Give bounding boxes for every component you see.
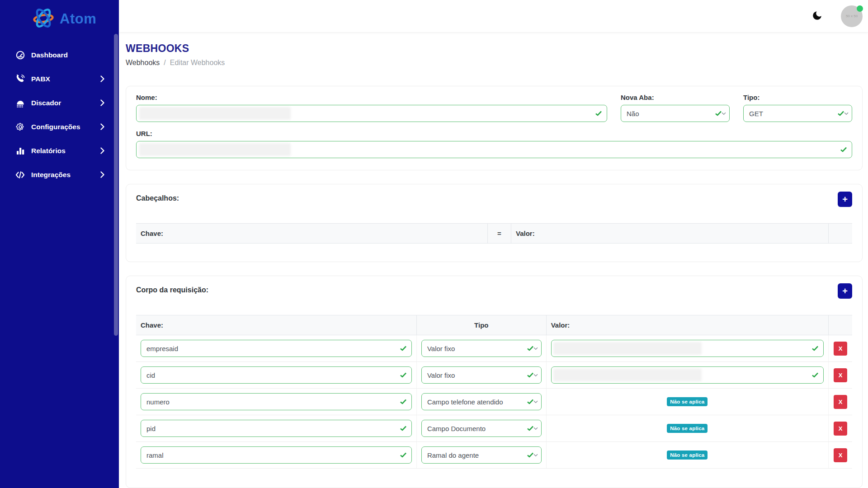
body-col-chave: Chave: [136,315,417,335]
body-col-tipo: Tipo [417,315,547,335]
body-table-row: pid Campo Documento Não se aplica X [136,415,852,442]
redacted-nome-value [139,107,291,120]
headers-section-title: Cabeçalhos: [136,192,179,202]
delete-row-button[interactable]: X [834,395,847,409]
row-valor-input[interactable] [551,366,824,384]
headers-card: Cabeçalhos: + Chave: = Valor: [126,184,863,262]
breadcrumb-separator: / [164,59,165,67]
valid-check-icon [400,399,406,404]
valid-check-icon [838,111,844,116]
chevron-down-icon [722,112,726,115]
sidebar-item-relatrios[interactable]: Relatórios [0,141,119,160]
app-window: Atom Dashboard PABX Discador Configuraçõ… [0,0,868,488]
chevron-down-icon [533,400,538,403]
add-body-field-button[interactable]: + [838,283,852,299]
dialer-icon [15,98,25,108]
header-col-chave: Chave: [136,224,488,243]
webhook-form-card: Nome: Nova Aba: Não [126,86,863,170]
valid-check-icon [400,453,406,458]
gear-icon [15,122,25,132]
user-avatar[interactable]: 50 x 50 [841,5,863,27]
row-tipo-select[interactable]: Campo telefone atendido [421,393,542,410]
row-valor-input[interactable] [551,340,824,357]
delete-row-button[interactable]: X [834,342,847,356]
sidebar-item-pabx[interactable]: PABX [0,69,119,89]
row-chave-input[interactable]: pid [141,420,412,437]
breadcrumb: Webhooks / Editar Webhooks [126,59,863,67]
bar-chart-icon [15,145,25,156]
phone-icon [15,74,25,84]
delete-row-button[interactable]: X [834,448,847,462]
sidebar: Atom Dashboard PABX Discador Configuraçõ… [0,0,119,488]
chevron-right-icon [100,99,104,106]
sidebar-item-discador[interactable]: Discador [0,93,119,113]
sidebar-item-dashboard[interactable]: Dashboard [0,45,119,65]
row-chave-input[interactable]: numero [141,393,412,410]
valid-check-icon [527,373,533,378]
body-table-row: ramal Ramal do agente Não se aplica [136,442,852,469]
nova-aba-select[interactable]: Não [621,105,730,122]
chevron-down-icon [533,427,538,430]
sidebar-nav: Dashboard PABX Discador Configurações Re… [0,45,119,184]
body-col-actions [829,315,852,335]
tipo-select[interactable]: GET [743,105,852,122]
row-tipo-select[interactable]: Campo Documento [421,420,542,437]
body-section-title: Corpo da requisição: [136,283,208,294]
headers-table: Chave: = Valor: [136,223,852,244]
delete-row-button[interactable]: X [834,422,847,436]
chevron-down-icon [533,374,538,376]
delete-row-button[interactable]: X [834,368,847,382]
nova-aba-value: Não [627,110,639,117]
body-table-row: numero Campo telefone atendido Não se ap… [136,389,852,415]
topbar: 50 x 50 [119,0,868,33]
online-status-dot [857,5,863,12]
row-chave-input[interactable]: cid [141,366,412,384]
dark-mode-toggle[interactable] [811,10,823,23]
add-header-button[interactable]: + [838,192,852,207]
valid-check-icon [400,426,406,431]
body-col-valor: Valor: [547,315,829,335]
atom-logo-icon [31,5,56,33]
chevron-right-icon [100,123,104,130]
sidebar-item-configuraes[interactable]: Configurações [0,117,119,136]
not-applicable-badge: Não se aplica [667,424,708,433]
row-tipo-select[interactable]: Ramal do agente [421,446,542,464]
redacted-valor-value [553,342,702,355]
row-chave-input[interactable]: empresaid [141,340,412,357]
not-applicable-badge: Não se aplica [667,450,708,460]
sidebar-item-integraes[interactable]: Integrações [0,165,119,184]
header-col-actions [829,224,852,243]
sidebar-scrollbar-thumb[interactable] [114,34,118,336]
tipo-value: GET [749,110,763,117]
valid-check-icon [812,346,818,351]
url-input[interactable] [136,141,852,158]
moon-icon [811,10,823,23]
valid-check-icon [840,147,847,152]
logo-text: Atom [60,11,96,27]
redacted-url-value [139,143,291,156]
row-tipo-select[interactable]: Valor fixo [421,340,542,357]
breadcrumb-current: Editar Webhooks [170,59,225,67]
redacted-valor-value [553,369,702,381]
page-title: WEBHOOKS [126,42,863,55]
nome-label: Nome: [136,94,607,101]
chevron-right-icon [100,171,104,178]
tipo-label: Tipo: [743,94,852,101]
valid-check-icon [527,399,533,404]
row-tipo-select[interactable]: Valor fixo [421,366,542,384]
header-col-equals: = [488,224,511,243]
row-chave-input[interactable]: ramal [141,446,412,464]
breadcrumb-parent[interactable]: Webhooks [126,59,160,67]
nova-aba-label: Nova Aba: [621,94,730,101]
code-icon [15,169,25,180]
not-applicable-badge: Não se aplica [667,397,708,406]
request-body-card: Corpo da requisição: + Chave: Tipo Valor… [126,276,863,488]
app-logo: Atom [0,0,119,33]
body-table-row: empresaid Valor fixo [136,335,852,362]
header-col-valor: Valor: [511,224,829,243]
body-table-row: cid Valor fixo [136,362,852,389]
valid-check-icon [595,111,602,116]
nome-input[interactable] [136,105,607,122]
valid-check-icon [527,426,533,431]
body-table-rows: empresaid Valor fixo [136,335,852,469]
